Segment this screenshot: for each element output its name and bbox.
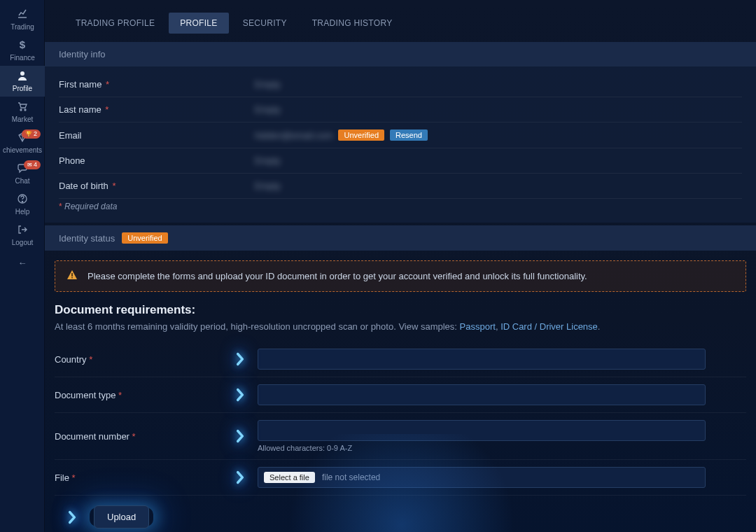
email-value: hidden@email.com [255, 130, 332, 141]
idcard-sample-link[interactable]: ID Card / Driver License [500, 321, 598, 332]
chat-badge-count: 4 [34, 162, 37, 168]
document-requirements-sub: At least 6 months remaining validity per… [55, 321, 746, 332]
row-document-type: Document type * [55, 377, 746, 413]
select-file-button[interactable]: Select a file [264, 472, 315, 483]
svg-point-3 [24, 109, 26, 111]
identity-status-heading-text: Identity status [59, 233, 115, 244]
chevron-right-glow-icon [233, 470, 247, 485]
identity-status-badge: Unverified [122, 232, 168, 244]
sidebar-item-trading[interactable]: Trading [0, 4, 45, 35]
row-email: Email hidden@email.com Unverified Resend [59, 122, 742, 148]
main-content: TRADING PROFILE PROFILE SECURITY TRADING… [45, 0, 756, 532]
country-input[interactable] [258, 349, 706, 370]
required-mark: * [59, 202, 62, 211]
last-name-label-text: Last name [59, 104, 102, 115]
row-last-name: Last name * Empty [59, 97, 742, 122]
required-mark: * [105, 104, 108, 115]
tab-security[interactable]: SECURITY [232, 13, 298, 34]
chevron-right-glow-icon [233, 428, 247, 444]
svg-point-2 [20, 109, 22, 111]
doc-sub-text: At least 6 months remaining validity per… [55, 321, 460, 332]
question-circle-icon [17, 193, 28, 206]
country-label: Country * [55, 354, 223, 365]
upload-button[interactable]: Upload [94, 505, 149, 528]
chevron-right-glow-icon [65, 510, 79, 525]
first-name-label: First name * [59, 79, 255, 90]
achievements-badge: 🏆 2 [22, 130, 41, 139]
row-first-name: First name * Empty [59, 72, 742, 97]
passport-sample-link[interactable]: Passport [460, 321, 496, 332]
sidebar-item-label: Chat [15, 177, 29, 185]
phone-value: Empty [255, 155, 281, 166]
tab-trading-profile[interactable]: TRADING PROFILE [64, 13, 166, 34]
row-dob: Date of birth * Empty [59, 174, 742, 199]
dollar-icon: $ [17, 39, 28, 52]
file-label: File * [55, 472, 223, 483]
file-status-text: file not selected [322, 472, 380, 482]
email-label: Email [59, 130, 255, 141]
arrow-left-icon: ← [18, 258, 27, 268]
chevron-right-glow-icon [233, 387, 247, 402]
sidebar-item-finance[interactable]: $ Finance [0, 35, 45, 66]
identity-status-content: Please complete the forms and upload you… [45, 251, 756, 532]
document-type-label-text: Document type [55, 390, 115, 400]
svg-text:$: $ [20, 39, 26, 50]
dob-label-text: Date of birth [59, 181, 108, 191]
sidebar-item-market[interactable]: Market [0, 97, 45, 127]
sidebar-item-help[interactable]: Help [0, 189, 45, 220]
row-file: File * Select a file file not selected [55, 460, 746, 496]
sidebar-item-label: Trading [10, 23, 34, 31]
verification-alert-text: Please complete the forms and upload you… [88, 271, 587, 281]
chart-line-icon [17, 8, 28, 22]
identity-info-heading-text: Identity info [59, 49, 106, 59]
mail-icon: ✉ [27, 162, 32, 168]
required-mark: * [72, 472, 76, 483]
document-requirements-title: Document requirements: [55, 303, 746, 317]
email-unverified-badge: Unverified [338, 130, 384, 141]
document-number-input[interactable] [258, 420, 706, 441]
row-country: Country * [55, 342, 746, 377]
document-number-label: Document number * [55, 431, 223, 442]
row-upload: Upload [55, 496, 746, 532]
row-phone: Phone Empty [59, 148, 742, 174]
phone-label: Phone [59, 155, 255, 166]
tab-trading-history[interactable]: TRADING HISTORY [301, 13, 404, 34]
required-mark: * [106, 79, 109, 90]
email-resend-button[interactable]: Resend [390, 130, 428, 141]
sidebar-collapse-arrow[interactable]: ← [0, 253, 45, 272]
sidebar-item-label: Logout [12, 239, 34, 246]
sidebar-item-logout[interactable]: Logout [0, 220, 45, 251]
required-note-text: Required data [64, 202, 117, 211]
file-picker-field: Select a file file not selected [258, 467, 706, 488]
sidebar-item-label: Finance [10, 54, 35, 62]
dob-label: Date of birth * [59, 181, 255, 191]
document-number-hint: Allowed characters: 0-9 A-Z [258, 444, 746, 452]
last-name-label: Last name * [59, 104, 255, 115]
warning-triangle-icon [66, 270, 78, 283]
document-type-input[interactable] [258, 384, 706, 405]
document-number-label-text: Document number [55, 431, 130, 442]
svg-rect-7 [71, 277, 72, 278]
identity-info-heading: Identity info [45, 42, 756, 66]
chat-badge: ✉ 4 [24, 160, 41, 169]
verification-alert: Please complete the forms and upload you… [55, 260, 746, 292]
identity-status-heading: Identity status Unverified [45, 225, 756, 251]
doc-sub-dot: . [598, 321, 601, 332]
sidebar-item-profile[interactable]: Profile [0, 66, 45, 97]
last-name-value: Empty [255, 104, 281, 115]
country-label-text: Country [55, 354, 87, 365]
first-name-label-text: First name [59, 79, 102, 90]
svg-rect-6 [71, 273, 72, 276]
upload-button-glow: Upload [90, 507, 153, 526]
sidebar-item-chat[interactable]: Chat ✉ 4 [0, 158, 45, 189]
chevron-right-glow-icon [233, 351, 247, 367]
required-mark: * [118, 390, 122, 400]
sidebar-item-achievements[interactable]: chievements 🏆 2 [0, 127, 45, 158]
dob-value: Empty [255, 181, 281, 191]
svg-point-1 [20, 71, 24, 76]
sidebar-item-label: Profile [13, 85, 32, 92]
file-label-text: File [55, 472, 69, 483]
sidebar-item-label: Help [15, 208, 30, 216]
sidebar-item-label: Market [12, 115, 34, 123]
tab-profile[interactable]: PROFILE [169, 13, 228, 34]
